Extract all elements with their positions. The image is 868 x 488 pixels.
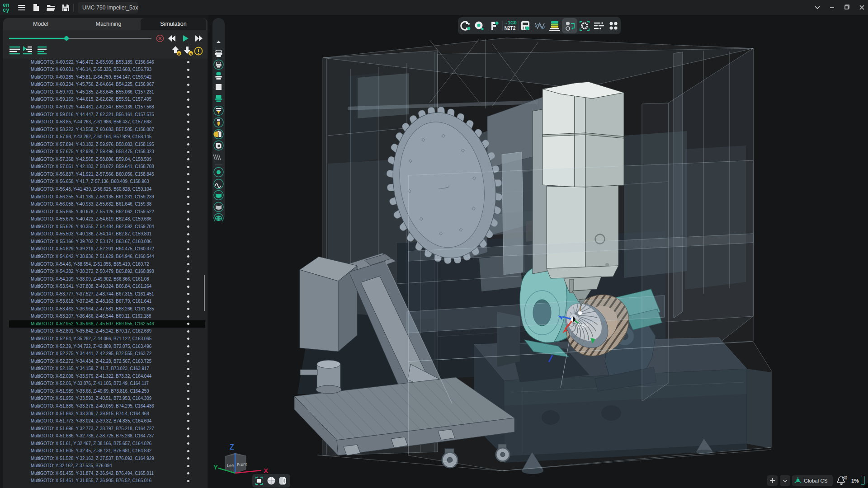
svg-text:Y: Y bbox=[213, 463, 218, 471]
svg-text:→1G0: →1G0 bbox=[504, 20, 517, 25]
svg-text:Global CS: Global CS bbox=[804, 478, 828, 483]
svg-text:Front: Front bbox=[236, 461, 247, 467]
svg-text:N2T2: N2T2 bbox=[505, 26, 516, 31]
svg-text:o: o bbox=[190, 52, 192, 56]
svg-text:Left: Left bbox=[227, 463, 234, 468]
svg-text:X: X bbox=[264, 467, 268, 474]
svg-text:o: o bbox=[178, 52, 180, 56]
svg-text:UMC-750-impeller_5ax: UMC-750-impeller_5ax bbox=[82, 5, 138, 11]
svg-text:G54: G54 bbox=[577, 323, 588, 329]
svg-text:30: 30 bbox=[842, 475, 848, 480]
svg-text:Z: Z bbox=[230, 443, 234, 451]
svg-text:cy: cy bbox=[3, 7, 9, 14]
